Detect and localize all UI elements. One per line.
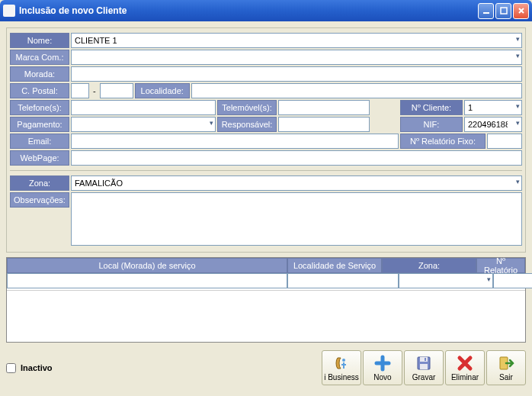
webpage-input[interactable] (71, 150, 522, 166)
grid-row-nrel[interactable] (493, 273, 532, 288)
cpostal-sep: - (91, 86, 98, 95)
delete-icon (457, 355, 473, 372)
label-responsavel: Responsável: (217, 117, 277, 132)
sair-label: Sair (499, 373, 513, 382)
pagamento-select[interactable] (71, 117, 216, 132)
cpostal2-input[interactable] (100, 83, 133, 98)
minimize-button[interactable] (478, 3, 494, 19)
close-button[interactable] (513, 3, 529, 19)
inactivo-checkbox-label[interactable]: Inactivo (6, 363, 53, 373)
svg-point-2 (342, 359, 345, 362)
maximize-icon (500, 7, 508, 14)
minimize-icon (482, 7, 490, 14)
window-titlebar: Inclusão de novo Cliente (0, 0, 532, 21)
email-input[interactable] (71, 134, 399, 149)
service-grid: Local (Morada) de serviço Localidade de … (6, 257, 526, 343)
plus-icon (374, 355, 391, 372)
label-nif: NIF: (400, 117, 463, 132)
label-cpostal: C. Postal: (10, 83, 69, 98)
grid-row-localidade[interactable] (287, 273, 399, 288)
label-localidade: Localidade: (135, 83, 190, 98)
novo-button[interactable]: Novo (363, 350, 402, 385)
label-nrelatorio: Nº Relatório Fixo: (400, 134, 486, 149)
svg-rect-0 (483, 12, 489, 14)
ibusiness-icon (333, 355, 350, 372)
save-icon (415, 355, 432, 372)
eliminar-button[interactable]: Eliminar (445, 350, 485, 385)
inactivo-checkbox[interactable] (6, 363, 16, 373)
label-marca: Marca Com.: (10, 50, 69, 65)
label-pagamento: Pagamento: (10, 117, 69, 132)
ibusiness-button[interactable]: i Business (322, 350, 361, 385)
grid-header-local: Local (Morada) de serviço (7, 258, 287, 273)
label-ncliente: Nº Cliente: (400, 100, 463, 115)
nome-input[interactable] (71, 33, 522, 48)
window-title: Inclusão de novo Cliente (19, 5, 478, 16)
svg-rect-1 (501, 8, 507, 14)
grid-header-nrel: Nº Relatório (476, 258, 525, 273)
responsavel-input[interactable] (278, 117, 370, 132)
label-email: Email: (10, 134, 69, 149)
grid-header-zona: Zona: (382, 258, 476, 273)
label-zona: Zona: (10, 175, 69, 191)
label-observacoes: Observações: (10, 192, 69, 208)
svg-rect-6 (425, 358, 426, 361)
novo-label: Novo (373, 373, 391, 382)
gravar-label: Gravar (412, 373, 436, 382)
gravar-button[interactable]: Gravar (404, 350, 444, 385)
eliminar-label: Eliminar (451, 373, 479, 382)
grid-body (7, 290, 525, 342)
inactivo-text: Inactivo (21, 363, 53, 372)
telemoveis-input[interactable] (278, 100, 370, 115)
close-icon (518, 7, 525, 14)
nif-input[interactable] (464, 117, 522, 132)
nrelatorio-input[interactable] (487, 134, 522, 149)
morada-input[interactable] (71, 66, 522, 82)
zona-select[interactable] (71, 175, 522, 191)
localidade-input[interactable] (191, 83, 522, 98)
grid-row-zona[interactable] (399, 273, 493, 288)
sair-button[interactable]: Sair (486, 350, 526, 385)
grid-header-localidade: Localidade de Serviço (287, 258, 382, 273)
ibusiness-label: i Business (324, 373, 359, 382)
cpostal1-input[interactable] (71, 83, 89, 98)
svg-rect-4 (420, 357, 428, 362)
marca-input[interactable] (71, 50, 522, 65)
exit-icon (498, 355, 514, 372)
svg-rect-5 (420, 364, 428, 369)
label-morada: Morada: (10, 66, 69, 82)
label-telemoveis: Telemóvel(s): (217, 100, 277, 115)
label-telefones: Telefone(s): (10, 100, 69, 115)
label-nome: Nome: (10, 33, 69, 48)
telefones-input[interactable] (71, 100, 216, 115)
ncliente-input[interactable] (464, 100, 522, 115)
label-webpage: WebPage: (10, 150, 69, 166)
maximize-button[interactable] (495, 3, 511, 19)
grid-row-local[interactable] (7, 273, 287, 288)
app-icon (3, 5, 15, 17)
observacoes-textarea[interactable] (71, 192, 522, 246)
